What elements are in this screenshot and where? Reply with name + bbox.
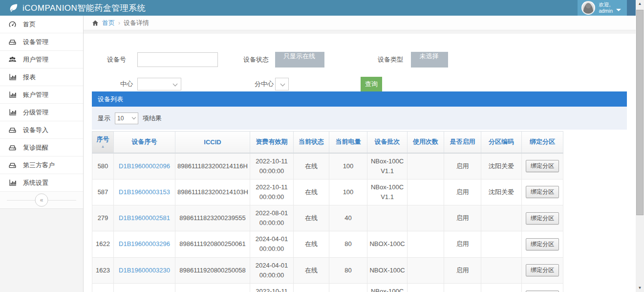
app-brand: iCOMPANION智能药盒管理系统 [9,0,146,16]
center-label: 中心 [90,76,133,92]
cell-iccid: 8986111823200214116H [175,153,250,180]
sidebar-item-system-settings[interactable]: 系统设置 [0,174,83,192]
sidebar-item-label: 第三方客户 [23,161,55,170]
scroll-down-icon[interactable]: ▼ [636,284,644,292]
cell-battery: 80 [329,257,367,283]
column-header[interactable]: 资费有效期 [250,132,294,153]
bind-partition-button[interactable]: 绑定分区 [526,212,559,225]
main-content: 首页 › 设备详情 设备号 设备状态 只显示在线 设备类型 未选择 中心 分中心… [84,16,636,292]
cell-partition_code [481,205,522,231]
sidebar-item-label: 首页 [23,20,36,29]
column-header[interactable]: 是否启用 [444,132,481,153]
table-header-row: 序号▲设备序号ICCID资费有效期当前状态当前电量设备批次使用次数是否启用分区编… [92,132,563,153]
device-serial-link[interactable]: D1B19600002581 [119,214,170,222]
sidebar-item-label: 报表 [23,73,36,82]
sidebar-item-label: 系统设置 [23,179,48,187]
column-header[interactable]: 当前状态 [294,132,329,153]
user-menu[interactable]: 欢迎, admin [578,0,627,16]
cell-status: 在线 [294,179,329,205]
cell-enabled: 启用 [444,257,481,283]
user-avatar [581,1,595,15]
column-header[interactable]: 当前电量 [329,132,367,153]
sidebar-item-user-mgmt[interactable]: 用户管理 [0,51,83,68]
table-row: 1623D1B196000032308986111920800250058202… [92,257,563,283]
navbar-edge [627,0,636,16]
cell-serial: D1B19600003296 [114,231,175,257]
device-status-dropdown[interactable]: 只显示在线 [275,52,324,67]
device-serial-link[interactable]: D1B19600003153 [119,188,170,196]
scroll-up-icon[interactable]: ▲ [636,0,644,8]
cell-iccid: 8986111823200214232H [175,283,250,292]
column-header[interactable]: 使用次数 [408,132,444,153]
column-header[interactable]: 分区编码 [481,132,522,153]
sidebar-item-third-party[interactable]: 第三方客户 [0,157,83,174]
divider-strip [84,30,636,34]
column-header[interactable]: 序号▲ [92,132,114,153]
sidebar-item-home[interactable]: 首页 [0,16,83,33]
cell-status: 在线 [294,153,329,180]
cell-iccid: 8986111920800250061 [175,231,250,257]
cell-valid_until: 2022-08-01 00:00:00 [250,205,294,231]
cell-serial: D1B19600003268 [114,283,175,292]
search-button[interactable]: 查询 [361,77,382,91]
cell-enabled: 启用 [444,205,481,231]
cell-bind-partition: 绑定分区 [522,205,563,231]
column-header[interactable]: 设备批次 [367,132,408,153]
cell-seq: 1623 [92,257,114,283]
bind-partition-button[interactable]: 绑定分区 [526,160,559,172]
cell-enabled: 启用 [444,179,481,205]
scrollbar-thumb[interactable] [636,10,644,215]
device-type-value: 未选择 [420,52,439,60]
device-serial-link[interactable]: D1B19600003230 [119,267,170,274]
cell-battery: 100 [329,153,367,180]
cell-partition_code: 沈阳关爱 [481,283,522,292]
table-body: 580D1B196000020968986111823200214116H202… [92,153,563,292]
column-header[interactable]: 设备序号 [114,132,175,153]
device-serial-link[interactable]: D1B19600002096 [119,162,170,170]
cell-usage [408,231,444,257]
bind-partition-button[interactable]: 绑定分区 [526,238,559,250]
bind-partition-button[interactable]: 绑定分区 [526,186,559,198]
cell-partition_code: 沈阳关爱 [481,179,522,205]
sidebar-item-device-mgmt[interactable]: 设备管理 [0,33,83,51]
sidebar-item-account-mgmt[interactable]: 账户管理 [0,86,83,104]
app-title: iCOMPANION智能药盒管理系统 [22,2,146,14]
sidebar: 首页 设备管理 用户管理 报表 账户管理 分级管理 设备导入 复诊提醒 第三方客… [0,16,84,292]
sidebar-item-revisit-reminder[interactable]: 复诊提醒 [0,139,83,157]
bind-partition-button[interactable]: 绑定分区 [526,264,559,276]
bind-partition-button[interactable]: 绑定分区 [526,291,559,292]
cell-iccid: 8986111920800250058 [175,257,250,283]
sidebar-item-label: 设备导入 [23,126,48,135]
cell-batch: NBOX-100C [367,257,408,283]
center-select[interactable] [137,78,181,90]
cell-status: 在线 [294,283,329,292]
cell-seq: 279 [92,205,114,231]
device-serial-link[interactable]: D1B19600003296 [119,240,170,247]
collapse-sidebar-button[interactable]: « [35,194,48,207]
sidebar-item-label: 用户管理 [23,55,48,64]
sidebar-item-level-mgmt[interactable]: 分级管理 [0,104,83,121]
cell-iccid: 8986111823200214103H [175,179,250,205]
cell-battery: 100 [329,283,367,292]
panel-title: 设备列表 [92,91,627,107]
cell-serial: D1B19600002581 [114,205,175,231]
breadcrumb-separator: › [118,20,120,26]
cell-usage [408,179,444,205]
cell-serial: D1B19600003153 [114,179,175,205]
breadcrumb-home-link[interactable]: 首页 [102,19,115,27]
page-size-select[interactable]: 10 [115,112,138,124]
device-no-input[interactable] [137,52,218,67]
device-type-dropdown[interactable]: 未选择 [411,52,448,67]
sidebar-item-reports[interactable]: 报表 [0,68,83,86]
chevron-down-icon [298,67,303,70]
column-header[interactable]: ICCID [175,132,250,153]
subcenter-select[interactable] [275,78,289,90]
cell-partition_code [481,257,522,283]
cell-seq: 1622 [92,231,114,257]
sidebar-item-label: 分级管理 [23,108,48,117]
column-header[interactable]: 绑定分区 [522,132,563,153]
sidebar-item-device-import[interactable]: 设备导入 [0,121,83,139]
breadcrumb-current: 设备详情 [124,19,149,27]
vertical-scrollbar[interactable]: ▲ ▼ [636,0,644,292]
cell-serial: D1B19600003230 [114,257,175,283]
